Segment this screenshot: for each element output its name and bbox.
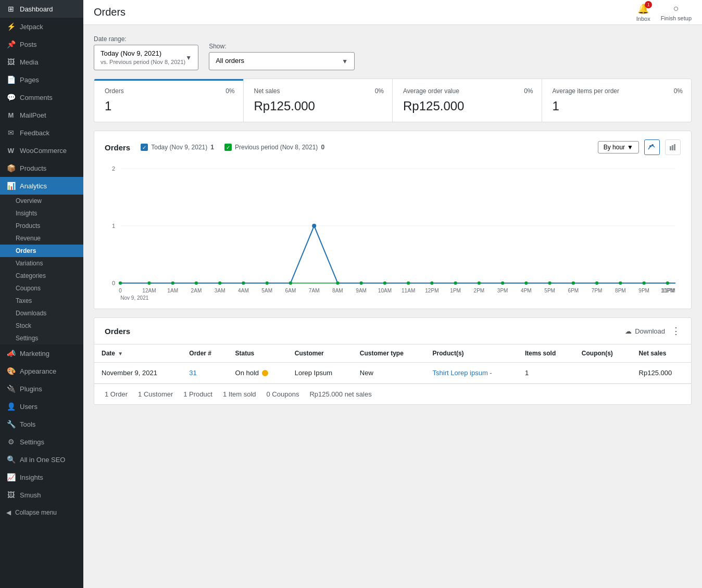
inbox-button[interactable]: 🔔 1 Inbox [636, 3, 650, 22]
chart-line-view-button[interactable] [644, 139, 660, 155]
svg-point-53 [572, 282, 575, 285]
more-options-button[interactable]: ⋮ [671, 325, 681, 337]
submenu-taxes[interactable]: Taxes [0, 295, 83, 307]
footer-items: 1 Item sold [223, 390, 256, 398]
col-date[interactable]: Date ▼ [94, 344, 182, 363]
stat-avg-items[interactable]: Average items per order 1 0% [542, 79, 692, 122]
show-value: All orders [216, 57, 244, 66]
stat-net-sales-value: Rp125.000 [254, 99, 382, 113]
product-link[interactable]: Tshirt Lorep ipsum - [433, 369, 492, 377]
col-customer-type[interactable]: Customer type [353, 344, 425, 363]
col-products[interactable]: Product(s) [425, 344, 518, 363]
footer-coupons: 0 Coupons [267, 390, 299, 398]
stat-net-sales[interactable]: Net sales Rp125.000 0% [244, 79, 393, 122]
submenu-revenue[interactable]: Revenue [0, 232, 83, 245]
sidebar-item-users[interactable]: 👤 Users [0, 398, 83, 415]
svg-point-46 [407, 282, 410, 285]
svg-text:1PM: 1PM [450, 288, 461, 293]
sidebar-item-plugins[interactable]: 🔌 Plugins [0, 380, 83, 398]
stat-avg-order[interactable]: Average order value Rp125.000 0% [393, 79, 542, 122]
submenu-coupons[interactable]: Coupons [0, 282, 83, 295]
status-dot [262, 370, 268, 376]
svg-text:8AM: 8AM [332, 288, 343, 293]
cell-customer-type: New [353, 363, 425, 384]
sidebar-item-feedback[interactable]: ✉ Feedback [0, 124, 83, 142]
sidebar-item-dashboard[interactable]: ⊞ Dashboard [0, 0, 83, 18]
col-net-sales[interactable]: Net sales [632, 344, 691, 363]
submenu-insights[interactable]: Insights [0, 207, 83, 220]
sidebar-item-comments[interactable]: 💬 Comments [0, 88, 83, 106]
dashboard-icon: ⊞ [6, 4, 16, 14]
sidebar-item-settings[interactable]: ⚙ Settings [0, 433, 83, 451]
sidebar-item-products[interactable]: 📦 Products [0, 159, 83, 177]
submenu-stock[interactable]: Stock [0, 319, 83, 332]
col-customer[interactable]: Customer [287, 344, 353, 363]
submenu-categories[interactable]: Categories [0, 270, 83, 282]
submenu-overview[interactable]: Overview [0, 195, 83, 207]
svg-point-43 [336, 282, 339, 285]
chart-bar-view-button[interactable] [665, 139, 681, 155]
svg-text:4PM: 4PM [521, 288, 532, 293]
sidebar-item-mailpoet[interactable]: M MailPoet [0, 106, 83, 124]
cell-coupons [574, 363, 632, 384]
svg-point-39 [218, 282, 221, 285]
order-link[interactable]: 31 [189, 369, 196, 377]
table-body: November 9, 2021 31 On hold Lorep Ipsum … [94, 363, 691, 384]
col-order-num[interactable]: Order # [182, 344, 228, 363]
sidebar-item-tools[interactable]: 🔧 Tools [0, 415, 83, 433]
sidebar-item-appearance[interactable]: 🎨 Appearance [0, 362, 83, 380]
footer-customers: 1 Customer [138, 390, 173, 398]
svg-point-37 [171, 282, 174, 285]
pages-icon: 📄 [6, 75, 16, 84]
svg-text:8PM: 8PM [615, 288, 626, 293]
stats-row: Orders 1 0% Net sales Rp125.000 0% Avera… [94, 79, 692, 122]
collapse-menu[interactable]: ◀ Collapse menu [0, 504, 83, 521]
table-footer: 1 Order 1 Customer 1 Product 1 Item sold… [94, 384, 691, 404]
download-button[interactable]: ☁ Download [625, 327, 665, 335]
sidebar-item-jetpack[interactable]: ⚡ Jetpack [0, 18, 83, 35]
finish-setup-button[interactable]: ○ Finish setup [661, 3, 692, 21]
media-icon: 🖼 [6, 57, 16, 67]
svg-text:2AM: 2AM [191, 288, 202, 293]
chart-header: Orders ✓ Today (Nov 9, 2021) 1 ✓ Previou… [105, 139, 681, 155]
legend-previous[interactable]: ✓ Previous period (Nov 8, 2021) 0 [224, 144, 324, 151]
stat-net-sales-label: Net sales [254, 87, 382, 95]
col-coupons[interactable]: Coupon(s) [574, 344, 632, 363]
submenu-products[interactable]: Products [0, 220, 83, 232]
analytics-icon: 📊 [6, 181, 16, 190]
chart-time-select[interactable]: By hour ▼ [598, 141, 639, 154]
svg-text:7AM: 7AM [309, 288, 320, 293]
sidebar-item-media[interactable]: 🖼 Media [0, 53, 83, 71]
sidebar-item-smush[interactable]: 🖼 Smush [0, 486, 83, 504]
date-range-select[interactable]: Today (Nov 9, 2021) vs. Previous period … [94, 45, 198, 70]
footer-orders: 1 Order [105, 390, 128, 398]
legend-today[interactable]: ✓ Today (Nov 9, 2021) 1 [141, 144, 214, 151]
legend-previous-checkbox: ✓ [224, 144, 232, 151]
show-filter: Show: All orders ▼ [209, 43, 355, 70]
sidebar-item-woocommerce[interactable]: W WooCommerce [0, 142, 83, 159]
svg-text:10AM: 10AM [378, 288, 392, 293]
submenu-settings[interactable]: Settings [0, 332, 83, 344]
col-items-sold[interactable]: Items sold [518, 344, 574, 363]
svg-point-56 [643, 282, 646, 285]
show-select[interactable]: All orders ▼ [209, 52, 355, 70]
stat-avg-items-value: 1 [553, 99, 681, 113]
tools-icon: 🔧 [6, 419, 16, 429]
content-area: Date range: Today (Nov 9, 2021) vs. Prev… [83, 25, 702, 588]
sidebar-item-posts[interactable]: 📌 Posts [0, 35, 83, 53]
submenu-downloads[interactable]: Downloads [0, 307, 83, 319]
submenu-orders[interactable]: Orders [0, 245, 83, 257]
svg-rect-2 [670, 146, 671, 150]
allinone-icon: 🔍 [6, 455, 16, 464]
svg-text:11PM: 11PM [662, 288, 675, 293]
sidebar-item-analytics[interactable]: 📊 Analytics [0, 177, 83, 195]
sidebar-item-allinone[interactable]: 🔍 All in One SEO [0, 451, 83, 468]
submenu-variations[interactable]: Variations [0, 257, 83, 270]
sidebar-item-marketing[interactable]: 📣 Marketing [0, 344, 83, 362]
sidebar-item-pages[interactable]: 📄 Pages [0, 71, 83, 88]
stat-orders[interactable]: Orders 1 0% [94, 79, 244, 122]
svg-point-44 [360, 282, 363, 285]
col-status[interactable]: Status [228, 344, 287, 363]
svg-point-50 [501, 282, 504, 285]
sidebar-item-insights[interactable]: 📈 Insights [0, 468, 83, 486]
